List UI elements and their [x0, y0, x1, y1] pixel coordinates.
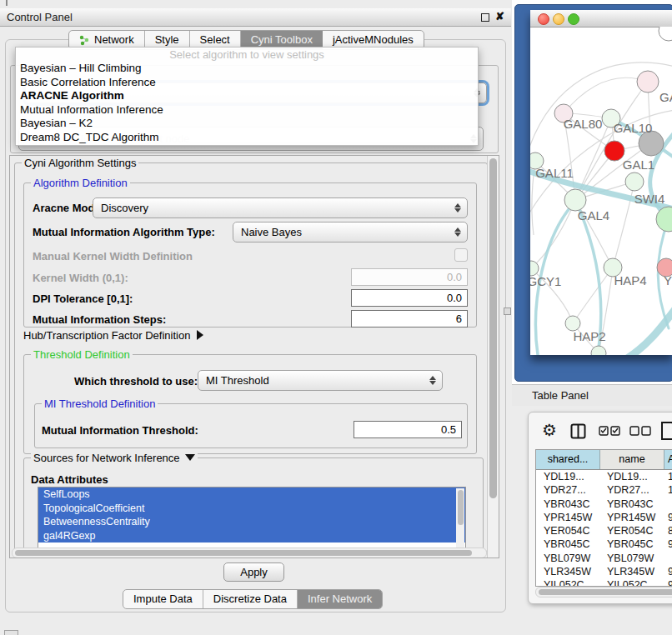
network-graph: GALGAL80GAL10GAL1SWI4GAL11GAL4GCY1HAP4YH…	[530, 27, 672, 355]
list-item[interactable]: BetweennessCentrality	[38, 515, 465, 529]
vertical-scrollbar[interactable]	[487, 156, 499, 558]
float-window-icon[interactable]	[481, 13, 489, 22]
table-cell: YBR043C	[599, 498, 663, 511]
node-label: GCY1	[530, 274, 561, 288]
minimize-traffic-light-icon[interactable]	[553, 13, 564, 25]
tab-impute-data-label: Impute Data	[133, 590, 193, 608]
aracne-mode-combobox[interactable]: Discovery	[93, 198, 468, 218]
mi-type-combobox[interactable]: Naive Bayes	[233, 222, 468, 242]
table-cell: YBL079W	[536, 552, 599, 565]
table-panel-header: Table Panel	[512, 384, 672, 407]
network-edge[interactable]	[573, 268, 613, 323]
table-cell: YLR345W	[599, 565, 663, 578]
mi-threshold-label: Mutual Information Threshold:	[42, 424, 198, 437]
table-cell: YBR043C	[536, 498, 599, 511]
table-cell: YDL19...	[599, 470, 663, 483]
table-horizontal-scrollbar[interactable]	[535, 587, 672, 596]
table-row[interactable]: YLR345WYLR345W9.	[536, 565, 672, 578]
table-window: ⚙ shared... name A YDL19...YDL19...13YDR…	[528, 412, 672, 604]
table-cell: YPR145W	[536, 511, 599, 524]
node-label: HAP4	[614, 273, 646, 288]
table-cell: YBR045C	[599, 538, 663, 551]
close-icon[interactable]: ✘	[495, 10, 504, 22]
dpi-tolerance-label: DPI Tolerance [0,1]:	[33, 292, 133, 305]
table-cell	[663, 498, 672, 511]
node-label: GAL10	[614, 121, 653, 135]
mi-threshold-title: MI Threshold Definition	[42, 398, 158, 410]
list-scrollbar[interactable]	[456, 488, 464, 550]
close-traffic-light-icon[interactable]	[538, 13, 549, 25]
network-view-inner: GALGAL80GAL10GAL1SWI4GAL11GAL4GCY1HAP4YH…	[530, 10, 672, 355]
popup-item[interactable]: Bayesian – Hill Climbing	[16, 62, 478, 76]
which-threshold-combobox[interactable]: MI Threshold	[198, 370, 443, 391]
column-header-shared-name[interactable]: shared...	[536, 450, 600, 469]
network-view-window[interactable]: GALGAL80GAL10GAL1SWI4GAL11GAL4GCY1HAP4YH…	[514, 4, 672, 382]
table-row[interactable]: YBR043CYBR043C	[536, 498, 672, 511]
sources-title-text: Sources for Network Inference	[33, 452, 180, 464]
mi-threshold-field[interactable]: 0.5	[354, 421, 462, 438]
horizontal-scrollbar[interactable]	[12, 548, 487, 558]
table-row[interactable]: YER054CYER054C8.	[536, 524, 672, 538]
popup-item[interactable]: Dream8 DC_TDC Algorithm	[16, 131, 478, 145]
list-item[interactable]: TopologicalCoefficient	[38, 502, 465, 516]
dpi-tolerance-field[interactable]: 0.0	[351, 289, 468, 307]
data-attributes-list[interactable]: SelfLoops TopologicalCoefficient Between…	[38, 487, 466, 552]
tab-discretize-data[interactable]: Discretize Data	[203, 590, 298, 608]
network-canvas[interactable]: GALGAL80GAL10GAL1SWI4GAL11GAL4GCY1HAP4YH…	[530, 27, 672, 355]
table-row[interactable]: YDL19...YDL19...13	[536, 470, 672, 483]
gear-icon[interactable]: ⚙	[542, 420, 557, 440]
splitter-handle[interactable]	[504, 308, 511, 315]
hub-definition-toggle[interactable]: Hub/Transcription Factor Definition	[23, 329, 203, 342]
network-node-gal1[interactable]	[604, 141, 624, 161]
table-cell: 8.	[663, 524, 672, 538]
table-icon[interactable]	[660, 421, 672, 441]
network-node-swi4[interactable]	[625, 172, 644, 191]
popup-item-selected[interactable]: ARACNE Algorithm	[16, 89, 478, 103]
table-row[interactable]: YDR27...YDR27...12	[536, 483, 672, 497]
table-toolbar: ⚙	[529, 412, 672, 449]
table-row[interactable]: YIL052CYIL052C9	[536, 578, 672, 587]
table-cell: 9	[663, 578, 672, 587]
column-header-name[interactable]: name	[600, 450, 664, 469]
list-item[interactable]: gal4RGexp	[38, 529, 465, 543]
zoom-traffic-light-icon[interactable]	[568, 13, 579, 25]
table-cell: YIL052C	[599, 578, 663, 587]
node-label: SWI4	[634, 192, 665, 206]
kernel-width-field[interactable]: 0.0	[351, 268, 468, 286]
node-label: GAL	[659, 90, 672, 104]
deselect-all-icon[interactable]	[629, 426, 651, 436]
network-node[interactable]	[659, 27, 672, 41]
apply-button[interactable]: Apply	[223, 562, 284, 582]
tab-impute-data[interactable]: Impute Data	[123, 590, 203, 608]
table-cell: 13	[663, 470, 672, 483]
node-label: HAP2	[573, 329, 605, 343]
minimized-panel-icon[interactable]	[4, 630, 18, 635]
table-row[interactable]: YBR045CYBR045C9.	[536, 538, 672, 551]
manual-kernel-checkbox[interactable]	[454, 248, 468, 262]
network-window-titlebar[interactable]	[530, 10, 672, 28]
popup-item[interactable]: Basic Correlation Inference	[16, 76, 478, 90]
tab-infer-network-label: Infer Network	[308, 590, 372, 608]
select-all-icon[interactable]	[599, 426, 620, 436]
threshold-definition-title: Threshold Definition	[31, 348, 133, 361]
popup-item[interactable]: Bayesian – K2	[16, 117, 478, 131]
tab-infer-network[interactable]: Infer Network	[298, 590, 382, 608]
network-node-gal[interactable]	[637, 71, 659, 92]
table-cell: 9.	[663, 538, 672, 551]
list-item[interactable]: SelfLoops	[38, 488, 465, 502]
combo-arrows-icon	[452, 228, 464, 237]
table-row[interactable]: YBL079WYBL079W	[536, 552, 672, 565]
table-cell: YBR045C	[536, 538, 599, 551]
table-row[interactable]: YPR145WYPR145W9.	[536, 511, 672, 524]
mi-steps-field[interactable]: 6	[351, 310, 468, 328]
cyni-settings-title: Cyni Algorithm Settings	[22, 157, 138, 169]
node-label: GAL4	[578, 208, 609, 222]
table-cell: YDR27...	[599, 483, 663, 497]
column-header-third[interactable]: A	[664, 450, 672, 469]
popup-item[interactable]: Mutual Information Inference	[16, 103, 478, 118]
hub-definition-label: Hub/Transcription Factor Definition	[23, 329, 190, 342]
table-cell: YIL052C	[536, 578, 599, 587]
mi-steps-label: Mutual Information Steps:	[33, 313, 166, 326]
threshold-definition-group: Threshold Definition Which threshold to …	[23, 354, 477, 454]
split-view-icon[interactable]	[570, 423, 586, 439]
